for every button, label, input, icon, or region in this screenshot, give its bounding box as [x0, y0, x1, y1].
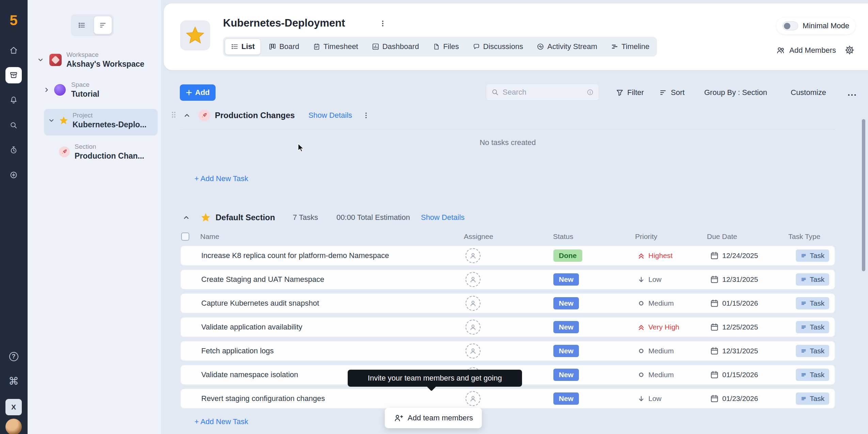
chevron-down-icon[interactable] — [36, 56, 45, 64]
chevron-down-icon[interactable] — [47, 116, 56, 125]
status-badge[interactable]: New — [553, 345, 579, 357]
info-icon[interactable] — [586, 89, 594, 96]
tab-discussions[interactable]: Discussions — [467, 38, 529, 55]
task-name[interactable]: Increase K8 replica count for platform-d… — [181, 251, 464, 260]
sidebar-item-space[interactable]: Space Tutorial — [43, 81, 99, 99]
sort-view-toggle-button[interactable] — [94, 16, 112, 34]
workspace-key-tile[interactable]: X — [5, 399, 22, 415]
priority-cell[interactable]: Medium — [637, 371, 707, 379]
task-name[interactable]: Revert staging configuration changes — [181, 394, 464, 403]
table-row[interactable]: Validate application availability New Ve… — [180, 317, 835, 337]
due-date-cell[interactable]: 01/23/2026 — [710, 394, 789, 403]
task-type-badge[interactable]: Task — [796, 273, 829, 286]
add-new-task-link-production[interactable]: + Add New Task — [194, 174, 248, 183]
timer-icon[interactable] — [5, 142, 22, 158]
search-icon[interactable] — [5, 117, 22, 133]
priority-cell[interactable]: Highest — [637, 252, 707, 260]
task-name[interactable]: Fetch application logs — [181, 347, 464, 355]
create-new-icon[interactable] — [5, 167, 22, 183]
collapse-section-icon[interactable] — [182, 213, 190, 222]
app-logo[interactable]: 5 — [5, 12, 22, 29]
user-avatar[interactable] — [5, 419, 22, 434]
search-input[interactable] — [503, 88, 583, 97]
due-date-cell[interactable]: 01/15/2026 — [710, 299, 789, 308]
project-menu-icon[interactable] — [378, 18, 388, 29]
due-date-cell[interactable]: 12/25/2025 — [710, 323, 789, 332]
drag-handle-icon[interactable] — [171, 111, 177, 120]
tab-dashboard[interactable]: Dashboard — [366, 38, 425, 55]
add-team-members-button[interactable]: Add team members — [385, 408, 482, 428]
status-badge[interactable]: New — [553, 392, 579, 405]
sidebar-item-project[interactable]: Project Kubernetes-Deplo... — [47, 112, 146, 129]
tab-list[interactable]: List — [225, 38, 261, 55]
notifications-icon[interactable] — [5, 92, 22, 108]
priority-cell[interactable]: Very High — [637, 323, 707, 331]
status-badge[interactable]: New — [553, 369, 579, 381]
task-type-badge[interactable]: Task — [796, 392, 829, 405]
table-row[interactable]: Capture Kubernetes audit snapshot New Me… — [180, 293, 835, 313]
priority-cell[interactable]: Low — [637, 275, 707, 284]
task-name[interactable]: Validate application availability — [181, 323, 464, 332]
tab-activity-stream[interactable]: Activity Stream — [531, 38, 603, 55]
tab-board[interactable]: Board — [263, 38, 305, 55]
task-type-badge[interactable]: Task — [796, 321, 829, 333]
customize-button[interactable]: Customize — [791, 84, 826, 101]
assignee-placeholder[interactable] — [465, 248, 480, 263]
sidebar-item-workspace[interactable]: Workspace Akshay's Workspace — [36, 51, 144, 69]
due-date-cell[interactable]: 12/31/2025 — [710, 347, 789, 355]
task-type-badge[interactable]: Task — [796, 297, 829, 309]
task-type-badge[interactable]: Task — [796, 369, 829, 381]
add-new-task-link-default[interactable]: + Add New Task — [194, 417, 248, 426]
tab-timeline[interactable]: Timeline — [605, 38, 655, 55]
add-members-button[interactable]: Add Members — [776, 43, 836, 58]
sort-label: Sort — [671, 88, 684, 97]
table-row[interactable]: Fetch application logs New Medium 12/31/… — [180, 341, 835, 361]
default-show-details-link[interactable]: Show Details — [421, 213, 464, 222]
projects-icon[interactable] — [5, 67, 22, 83]
task-type-badge[interactable]: Task — [796, 250, 829, 262]
tab-files[interactable]: Files — [427, 38, 464, 55]
production-show-details-link[interactable]: Show Details — [309, 111, 352, 120]
priority-cell[interactable]: Medium — [637, 299, 707, 307]
chevron-right-icon[interactable] — [43, 86, 51, 94]
priority-cell[interactable]: Low — [637, 395, 707, 403]
tab-label: Timeline — [621, 42, 649, 51]
production-section-menu-icon[interactable] — [362, 112, 370, 119]
sidebar-item-section[interactable]: Section Production Chan... — [59, 143, 144, 161]
status-badge[interactable]: Done — [553, 250, 582, 262]
assignee-placeholder[interactable] — [465, 343, 480, 358]
status-badge[interactable]: New — [553, 321, 579, 333]
assignee-placeholder[interactable] — [465, 296, 480, 311]
shortcuts-icon[interactable]: ⌘ — [5, 373, 22, 389]
status-badge[interactable]: New — [553, 273, 579, 286]
collapse-section-icon[interactable] — [183, 111, 191, 119]
table-row[interactable]: Create Staging and UAT Namespace New Low… — [180, 270, 835, 289]
table-row[interactable]: Revert staging configuration changes New… — [180, 389, 835, 408]
more-options-button[interactable]: ... — [848, 84, 857, 101]
scrollbar-thumb[interactable] — [862, 119, 865, 271]
help-icon[interactable]: ? — [5, 348, 22, 365]
list-view-toggle-button[interactable] — [73, 16, 91, 34]
group-by-button[interactable]: Group By : Section — [704, 84, 767, 101]
due-date-cell[interactable]: 12/24/2025 — [710, 251, 789, 260]
task-name[interactable]: Create Staging and UAT Namespace — [181, 275, 464, 284]
assignee-placeholder[interactable] — [465, 272, 480, 287]
sort-button[interactable]: Sort — [659, 84, 684, 101]
assignee-placeholder[interactable] — [465, 320, 480, 335]
table-row[interactable]: Increase K8 replica count for platform-d… — [180, 246, 835, 266]
home-icon[interactable] — [5, 42, 22, 59]
priority-cell[interactable]: Medium — [637, 347, 707, 355]
status-badge[interactable]: New — [553, 297, 579, 309]
due-date-cell[interactable]: 01/15/2026 — [710, 370, 789, 379]
settings-gear-icon[interactable] — [844, 45, 855, 56]
select-all-checkbox[interactable] — [181, 232, 189, 241]
due-date-cell[interactable]: 12/31/2025 — [710, 275, 789, 284]
project-avatar[interactable] — [180, 20, 210, 50]
task-type-badge[interactable]: Task — [796, 345, 829, 357]
minimal-mode-toggle[interactable] — [783, 21, 798, 30]
filter-button[interactable]: Filter — [616, 84, 644, 101]
task-name[interactable]: Capture Kubernetes audit snapshot — [181, 299, 464, 308]
tab-timesheet[interactable]: Timesheet — [307, 38, 364, 55]
add-task-button[interactable]: Add — [180, 84, 216, 101]
assignee-placeholder[interactable] — [465, 391, 480, 406]
